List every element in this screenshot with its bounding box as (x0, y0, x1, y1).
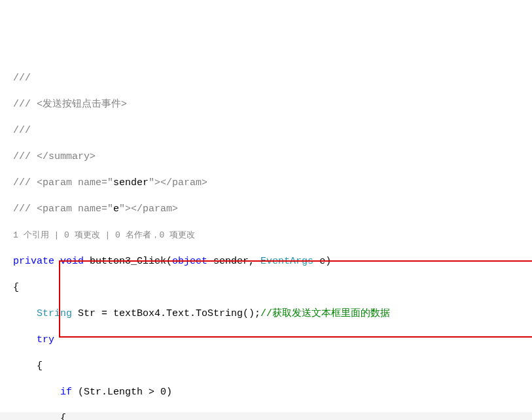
type: EventArgs (260, 256, 313, 267)
code-line: /// <param name="sender"></param> (13, 177, 519, 190)
code-line: /// <param name="e"></param> (13, 203, 519, 216)
code-line: { (0, 412, 532, 420)
type: String (37, 308, 72, 319)
keyword: try (37, 334, 54, 345)
keyword: void (60, 256, 84, 267)
code-line: private void button3_Click(object sender… (13, 255, 519, 268)
annotation-box (59, 260, 532, 338)
xml-doc-comment: /// <param name="e"></param> (13, 203, 178, 215)
brace: { (13, 360, 43, 372)
method-name: button3_Click( (84, 256, 172, 267)
codelens-indicator[interactable]: 1 个引用 | 0 项更改 | 0 名作者，0 项更改 (13, 229, 519, 242)
comment: //获取发送文本框里面的数据 (260, 308, 390, 319)
keyword: if (60, 387, 72, 398)
code-line: /// (13, 72, 519, 85)
condition: (Str.Length > 0) (72, 387, 172, 398)
code-line: /// <发送按钮点击事件> (13, 98, 519, 111)
xml-doc-comment: /// <param name="sender"></param> (13, 177, 207, 188)
code-text: Str = textBox4.Text.ToString(); (72, 308, 260, 319)
parameter: e) (313, 256, 331, 267)
parameter: sender, (207, 256, 260, 267)
code-line: /// </summary> (13, 150, 519, 164)
code-line: { (13, 360, 519, 373)
xml-doc-comment: /// (13, 125, 31, 136)
code-line: String Str = textBox4.Text.ToString();//… (13, 307, 519, 321)
keyword: private (13, 256, 54, 267)
code-editor[interactable]: /// /// <发送按钮点击事件> /// /// </summary> //… (13, 59, 519, 420)
code-line: if (Str.Length > 0) (13, 386, 519, 399)
code-line: { (13, 281, 519, 294)
code-line: try (13, 334, 519, 347)
xml-doc-comment: /// <发送按钮点击事件> (13, 99, 127, 110)
brace: { (13, 282, 19, 293)
keyword: object (172, 256, 207, 267)
code-line: /// (13, 124, 519, 137)
xml-doc-comment: /// (13, 73, 31, 84)
xml-doc-comment: /// </summary> (13, 151, 96, 162)
brace: { (13, 413, 66, 420)
